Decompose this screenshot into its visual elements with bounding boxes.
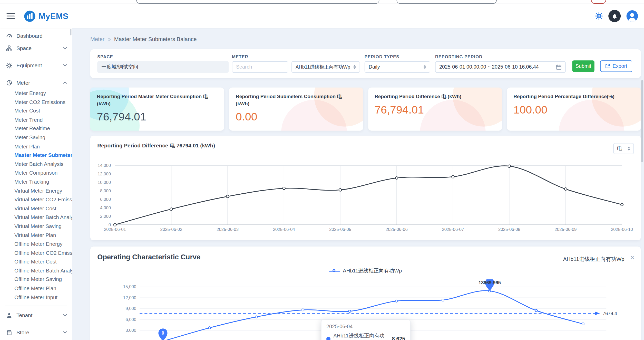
sidebar-item-offline-meter-input[interactable]: Offline Meter Input <box>0 293 72 302</box>
main-content: Meter » Master Meter Submeters Balance S… <box>72 28 644 340</box>
data-point[interactable] <box>283 187 285 190</box>
sidebar-item-virtual-meter-co2-emissions[interactable]: Virtual Meter CO2 Emissions <box>0 195 72 204</box>
sidebar-item-dashboard[interactable]: Dashboard <box>0 30 72 42</box>
sidebar-item-virtual-meter-plan[interactable]: Virtual Meter Plan <box>0 231 72 240</box>
svg-text:0: 0 <box>109 222 111 227</box>
reporting-period-input[interactable]: 2025-06-01 00:00:00 ~ 2025-06-10 16:06:4… <box>435 61 566 73</box>
sidebar-item-virtual-meter-energy[interactable]: Virtual Meter Energy <box>0 186 72 195</box>
space-icon <box>6 45 12 51</box>
sidebar-item-offline-meter-co2-emissions[interactable]: Offline Meter CO2 Emissions <box>0 249 72 258</box>
svg-text:13869.995: 13869.995 <box>479 280 501 285</box>
sidebar-item-meter-comparison[interactable]: Meter Comparison <box>0 169 72 178</box>
chevron-down-icon <box>63 314 67 317</box>
chart-title: Reporting Period Difference 电 76794.01 (… <box>97 142 215 150</box>
myems-logo[interactable]: MyEMS <box>24 10 69 22</box>
svg-text:12,000: 12,000 <box>123 295 136 300</box>
stat-value: 76,794.01 <box>97 110 218 123</box>
submit-button[interactable]: Submit <box>572 60 594 72</box>
sidebar-item-offline-meter-plan[interactable]: Offline Meter Plan <box>0 284 72 293</box>
sidebar-item-label: Store <box>16 329 29 336</box>
sidebar-item-label: Space <box>16 45 32 51</box>
export-button[interactable]: Export <box>600 60 632 72</box>
sidebar-item-label: Dashboard <box>16 33 43 39</box>
sidebar-item-virtual-meter-batch-analysis[interactable]: Virtual Meter Batch Analysis <box>0 213 72 222</box>
data-point[interactable] <box>208 327 211 329</box>
browser-artifact-box <box>397 0 497 4</box>
data-point[interactable] <box>170 208 172 210</box>
data-point[interactable] <box>114 223 116 226</box>
sidebar-item-meter-batch-analysis[interactable]: Meter Batch Analysis <box>0 160 72 169</box>
stat-cards-row: Reporting Period Master Meter Consumptio… <box>90 88 641 131</box>
data-point[interactable] <box>582 323 584 325</box>
sidebar-item-store[interactable]: Store <box>0 326 72 339</box>
sidebar-item-space[interactable]: Space <box>0 42 72 54</box>
tooltip-value: 8,625 <box>392 336 405 340</box>
difference-line-chart[interactable]: 2025-06-012025-06-022025-06-032025-06-04… <box>97 162 634 236</box>
stat-title: Reporting Period Percentage Difference(%… <box>513 93 634 100</box>
equipment-icon <box>6 62 12 68</box>
legend-label: AHb11进线柜正向有功Wp <box>343 268 402 275</box>
space-tree-select[interactable]: 一度城/调试空间 <box>97 61 229 73</box>
sidebar-scrollbar[interactable] <box>70 29 71 35</box>
period-type-value: Daily <box>369 64 380 70</box>
sidebar-item-equipment[interactable]: Equipment <box>0 59 72 71</box>
sidebar-item-meter-plan[interactable]: Meter Plan <box>0 142 72 151</box>
sidebar-item-meter-energy[interactable]: Meter Energy <box>0 89 72 98</box>
sidebar-item-master-meter-submeters-balance[interactable]: Master Meter Submeters Balance <box>0 151 72 160</box>
breadcrumb-parent[interactable]: Meter <box>90 36 104 42</box>
sidebar-item-virtual-meter-saving[interactable]: Virtual Meter Saving <box>0 222 72 231</box>
sidebar-item-offline-meter-saving[interactable]: Offline Meter Saving <box>0 275 72 284</box>
operating-curve-card: Operating Characteristic Curve AHb11进线柜正… <box>90 247 641 340</box>
chart-legend[interactable]: AHb11进线柜正向有功Wp <box>90 268 641 275</box>
sidebar-item-offline-meter-energy[interactable]: Offline Meter Energy <box>0 240 72 249</box>
menu-toggle-icon[interactable] <box>7 13 15 19</box>
data-point[interactable] <box>395 300 397 302</box>
meter-selected-value: AHb11进线柜正向有功Wp <box>296 64 350 70</box>
data-point[interactable] <box>442 299 444 301</box>
sidebar-item-meter[interactable]: Meter <box>0 77 72 89</box>
sidebar-item-meter-trend[interactable]: Meter Trend <box>0 115 72 124</box>
meter-search-input[interactable] <box>236 64 284 70</box>
sidebar-item-tenant[interactable]: Tenant <box>0 309 72 322</box>
data-point[interactable] <box>621 203 623 206</box>
browser-artifact-red <box>591 0 606 4</box>
sidebar-item-offline-meter-cost[interactable]: Offline Meter Cost <box>0 257 72 266</box>
data-point[interactable] <box>508 165 511 167</box>
stat-value: 100.00 <box>513 103 634 116</box>
data-point[interactable] <box>255 316 257 318</box>
svg-text:2025-06-05: 2025-06-05 <box>329 227 351 232</box>
stat-card-difference: Reporting Period Difference 电 (kWh) 76,7… <box>368 88 502 131</box>
data-point[interactable] <box>395 177 398 179</box>
tenant-icon <box>6 312 12 318</box>
svg-text:2025-06-03: 2025-06-03 <box>217 227 239 232</box>
svg-text:8,000: 8,000 <box>100 188 111 193</box>
sidebar-item-meter-co2-emissions[interactable]: Meter CO2 Emissions <box>0 98 72 107</box>
notifications-bell-icon[interactable] <box>608 10 621 22</box>
breadcrumb-current: Master Meter Submeters Balance <box>114 36 197 42</box>
sidebar-item-offline-meter-batch-analysis[interactable]: Offline Meter Batch Analysis <box>0 266 72 275</box>
energy-category-select[interactable]: 电 <box>613 143 634 154</box>
meter-search-box <box>232 61 288 73</box>
data-point[interactable] <box>302 309 304 311</box>
svg-text:10,000: 10,000 <box>98 180 111 185</box>
space-value: 一度城/调试空间 <box>101 63 138 70</box>
sidebar-item-meter-saving[interactable]: Meter Saving <box>0 133 72 142</box>
svg-text:12,000: 12,000 <box>98 172 111 176</box>
main-scrollbar[interactable] <box>641 80 643 162</box>
sidebar-item-meter-cost[interactable]: Meter Cost <box>0 107 72 116</box>
meter-select[interactable]: AHb11进线柜正向有功Wp <box>291 61 360 73</box>
sidebar-item-meter-realtime[interactable]: Meter Realtime <box>0 124 72 133</box>
close-icon[interactable]: × <box>630 254 634 261</box>
user-avatar[interactable] <box>626 10 638 22</box>
sidebar-item-meter-tracking[interactable]: Meter Tracking <box>0 177 72 186</box>
data-point[interactable] <box>348 310 351 313</box>
data-point[interactable] <box>564 188 567 190</box>
settings-gear-icon[interactable] <box>595 12 603 20</box>
data-point[interactable] <box>226 195 229 198</box>
sidebar-item-virtual-meter-cost[interactable]: Virtual Meter Cost <box>0 204 72 213</box>
data-point[interactable] <box>339 188 341 191</box>
select-arrows-icon <box>424 65 426 69</box>
period-type-select[interactable]: Daily <box>365 61 430 73</box>
data-point[interactable] <box>535 309 538 312</box>
data-point[interactable] <box>452 175 454 178</box>
